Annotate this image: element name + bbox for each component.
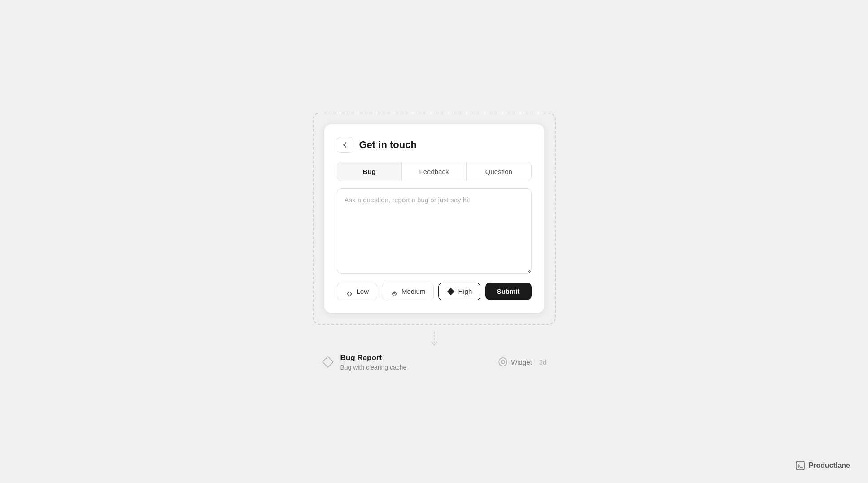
priority-high-icon — [447, 287, 455, 296]
priority-medium-icon — [390, 287, 398, 296]
arrow-connector — [429, 325, 440, 353]
bug-report-subtitle: Bug with clearing cache — [340, 364, 407, 371]
widget-badge-icon — [498, 357, 508, 367]
bug-report-diamond-icon — [322, 356, 334, 368]
tab-question[interactable]: Question — [467, 162, 531, 181]
tab-feedback[interactable]: Feedback — [402, 162, 467, 181]
svg-point-4 — [499, 358, 507, 366]
bug-report-left: Bug Report Bug with clearing cache — [322, 353, 407, 371]
bug-report-right: Widget 3d — [498, 357, 546, 367]
back-button[interactable] — [337, 137, 353, 153]
tab-group: Bug Feedback Question — [337, 162, 532, 181]
message-textarea[interactable] — [337, 188, 532, 274]
svg-rect-0 — [347, 292, 351, 296]
widget-card: Get in touch Bug Feedback Question Low — [324, 124, 544, 313]
bug-report-row: Bug Report Bug with clearing cache Widge… — [313, 353, 556, 371]
time-badge: 3d — [539, 358, 547, 366]
priority-high-button[interactable]: High — [438, 283, 480, 300]
priority-low-label: Low — [357, 287, 369, 295]
productlane-label: Productlane — [809, 461, 850, 470]
priority-medium-label: Medium — [401, 287, 425, 295]
priority-low-button[interactable]: Low — [337, 283, 378, 300]
svg-point-5 — [501, 360, 505, 364]
bug-report-texts: Bug Report Bug with clearing cache — [340, 353, 407, 371]
bug-report-title: Bug Report — [340, 353, 407, 362]
priority-row: Low Medium High Submit — [337, 283, 532, 300]
tab-bug[interactable]: Bug — [337, 162, 402, 181]
productlane-brand: Productlane — [795, 461, 850, 470]
productlane-icon — [795, 461, 805, 470]
widget-badge: Widget — [498, 357, 532, 367]
priority-low-icon — [345, 287, 353, 296]
svg-rect-6 — [796, 461, 804, 470]
priority-medium-button[interactable]: Medium — [382, 283, 434, 300]
widget-title: Get in touch — [359, 139, 417, 151]
widget-badge-label: Widget — [511, 358, 532, 366]
widget-header: Get in touch — [337, 137, 532, 153]
priority-high-label: High — [458, 287, 472, 295]
submit-button[interactable]: Submit — [485, 283, 532, 300]
